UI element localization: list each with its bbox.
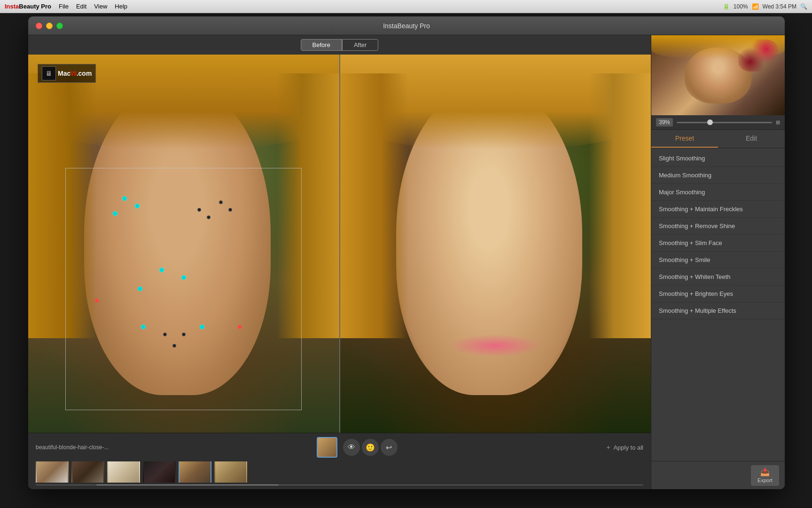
sidebar: 39% ⊞ Preset Edit Slight Smoothing Mediu…: [651, 35, 785, 489]
thumbnail-5[interactable]: [179, 461, 211, 483]
tab-preset[interactable]: Preset: [651, 130, 718, 148]
landmark-dot: [159, 268, 164, 272]
menu-view[interactable]: View: [94, 3, 107, 10]
plus-icon: ＋: [605, 443, 611, 452]
watermark-icon: 🖥: [42, 66, 56, 80]
current-thumb: [317, 437, 337, 458]
main-content: Before After: [28, 35, 785, 489]
landmark-dot: [219, 200, 223, 204]
view-icon-btn[interactable]: 👁: [343, 439, 360, 456]
export-icon: 📤: [760, 468, 770, 476]
watermark-text: MacW.com: [58, 70, 92, 77]
landmark-dot: [228, 208, 232, 212]
tab-after[interactable]: After: [342, 39, 378, 51]
tab-edit[interactable]: Edit: [718, 130, 785, 148]
maximize-button[interactable]: [56, 23, 63, 29]
landmark-dot: [207, 215, 211, 219]
search-icon[interactable]: 🔍: [800, 3, 807, 10]
before-image: 🖥 MacW.com: [28, 55, 339, 433]
filename-label: beautiful-blonde-hair-close-...: [36, 444, 109, 451]
preset-slight-smoothing[interactable]: Slight Smoothing: [651, 150, 785, 167]
zoom-bar: 39% ⊞: [651, 115, 785, 130]
reset-icon-btn[interactable]: ↩: [381, 439, 398, 456]
thumbnail-strip: [36, 461, 643, 483]
thumbnail-scrollbar[interactable]: [36, 484, 643, 485]
preview-thumbnail: [651, 35, 785, 115]
after-panel: [340, 55, 651, 433]
face-icon-btn[interactable]: 🙂: [362, 439, 379, 456]
menubar-right: 🔋 100% 📶 Wed 3:54 PM 🔍: [723, 3, 807, 10]
clock: Wed 3:54 PM: [763, 3, 796, 10]
before-panel: 🖥 MacW.com: [28, 55, 340, 433]
image-viewer: 🖥 MacW.com: [28, 55, 651, 433]
landmark-dot: [200, 325, 204, 329]
preset-smile[interactable]: Smoothing + Smile: [651, 252, 785, 269]
preset-maintain-freckles[interactable]: Smoothing + Maintain Freckles: [651, 201, 785, 218]
thumbnail-4[interactable]: [143, 461, 176, 483]
export-label: Export: [757, 477, 773, 483]
thumbnail-2[interactable]: [71, 461, 104, 483]
landmark-dot: [113, 211, 117, 216]
thumbnail-3[interactable]: [107, 461, 140, 483]
preset-medium-smoothing[interactable]: Medium Smoothing: [651, 167, 785, 184]
zoom-slider[interactable]: [677, 122, 772, 123]
battery-percent: 100%: [734, 3, 748, 10]
export-button[interactable]: 📤 Export: [751, 465, 779, 486]
landmark-dot: [172, 344, 176, 348]
preset-whiten-teeth[interactable]: Smoothing + Whiten Teeth: [651, 269, 785, 286]
preset-major-smoothing[interactable]: Major Smoothing: [651, 184, 785, 201]
menubar: InstaBeauty Pro File Edit View Help 🔋 10…: [0, 0, 812, 13]
landmark-dot: [238, 325, 242, 329]
window-title: InstaBeauty Pro: [383, 22, 430, 30]
tab-before[interactable]: Before: [301, 39, 342, 51]
zoom-max-icon: ⊞: [776, 119, 780, 126]
landmark-dot: [182, 333, 186, 336]
traffic-lights: [36, 23, 63, 29]
preset-list: Slight Smoothing Medium Smoothing Major …: [651, 148, 785, 461]
landmark-dot: [141, 325, 146, 329]
bottom-bar: beautiful-blonde-hair-close-... 👁 🙂 ↩ ＋: [28, 433, 651, 489]
menu-items: File Edit View Help: [59, 3, 127, 10]
thumbnail-scrollbar-thumb: [96, 484, 279, 485]
after-image: [340, 55, 651, 433]
app-name: InstaBeauty Pro: [5, 3, 51, 10]
landmark-dot: [181, 275, 186, 280]
menu-help[interactable]: Help: [115, 3, 127, 10]
titlebar: InstaBeauty Pro: [28, 16, 785, 35]
landmark-dot: [138, 286, 142, 291]
close-button[interactable]: [36, 23, 42, 29]
thumbnail-1[interactable]: [36, 461, 69, 483]
image-area: Before After: [28, 35, 651, 489]
menu-file[interactable]: File: [59, 3, 69, 10]
wifi-icon: 📶: [752, 3, 759, 10]
watermark: 🖥 MacW.com: [38, 64, 96, 83]
landmark-dot: [197, 208, 201, 212]
thumbnail-6[interactable]: [214, 461, 247, 483]
battery-icon: 🔋: [723, 3, 730, 10]
landmark-dot: [95, 299, 99, 302]
landmark-dot: [163, 333, 167, 336]
mode-tabs: Preset Edit: [651, 130, 785, 148]
preset-slim-face[interactable]: Smoothing + Slim Face: [651, 235, 785, 252]
apply-all-label: Apply to all: [613, 444, 643, 451]
preset-multiple-effects[interactable]: Smoothing + Multiple Effects: [651, 302, 785, 319]
preset-brighten-eyes[interactable]: Smoothing + Brighten Eyes: [651, 286, 785, 302]
preset-remove-shine[interactable]: Smoothing + Remove Shine: [651, 218, 785, 235]
center-controls: 👁 🙂 ↩: [317, 437, 398, 458]
landmark-dot: [135, 204, 140, 208]
zoom-value: 39%: [656, 118, 673, 127]
app-window: InstaBeauty Pro Before After: [28, 16, 785, 489]
before-after-tabs: Before After: [28, 35, 651, 55]
bottom-bar-top: beautiful-blonde-hair-close-... 👁 🙂 ↩ ＋: [36, 437, 643, 458]
action-icons: 👁 🙂 ↩: [343, 439, 398, 456]
minimize-button[interactable]: [46, 23, 53, 29]
apply-all-button[interactable]: ＋ Apply to all: [605, 443, 643, 452]
zoom-slider-thumb: [707, 119, 713, 125]
landmark-dot: [122, 196, 127, 201]
menu-edit[interactable]: Edit: [76, 3, 86, 10]
